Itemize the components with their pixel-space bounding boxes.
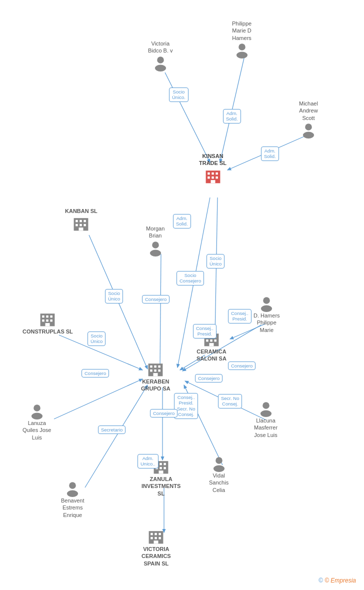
svg-rect-78 bbox=[164, 463, 166, 466]
svg-rect-87 bbox=[151, 537, 154, 540]
svg-point-73 bbox=[69, 482, 76, 489]
svg-point-17 bbox=[157, 56, 164, 64]
svg-rect-56 bbox=[210, 340, 212, 342]
svg-rect-39 bbox=[84, 224, 86, 226]
node-llacuna-masferrer[interactable]: Llacuna Masferrer Jose Luis bbox=[254, 400, 278, 438]
svg-rect-45 bbox=[42, 320, 45, 322]
svg-rect-63 bbox=[150, 370, 153, 372]
person-icon bbox=[147, 240, 164, 256]
svg-rect-61 bbox=[154, 366, 157, 368]
building-icon-gray bbox=[146, 360, 164, 378]
badge-consejero-5: Consejero bbox=[150, 409, 178, 418]
svg-rect-90 bbox=[154, 540, 158, 544]
svg-rect-81 bbox=[164, 467, 166, 470]
svg-line-1 bbox=[220, 54, 245, 162]
svg-rect-30 bbox=[210, 180, 215, 183]
watermark: © © Empresia bbox=[318, 577, 356, 584]
node-philippe-hamers[interactable]: Philippe Marie D Hamers bbox=[232, 20, 252, 58]
svg-rect-84 bbox=[151, 533, 154, 536]
svg-point-68 bbox=[32, 412, 42, 420]
svg-point-67 bbox=[34, 404, 40, 412]
svg-point-21 bbox=[305, 124, 312, 130]
badge-consejero-1: Consejero bbox=[142, 295, 170, 304]
person-icon bbox=[300, 122, 317, 138]
building-icon-gray bbox=[72, 214, 90, 232]
svg-rect-64 bbox=[154, 370, 157, 372]
person-icon bbox=[210, 455, 228, 472]
svg-point-22 bbox=[303, 132, 314, 138]
node-michael-scott[interactable]: Michael Andrew Scott bbox=[299, 100, 318, 138]
svg-rect-86 bbox=[159, 533, 162, 536]
svg-line-5 bbox=[160, 254, 161, 368]
svg-rect-57 bbox=[214, 340, 216, 342]
badge-adm-unico: Adm.Unico.. bbox=[138, 454, 158, 468]
node-victoria-bidco[interactable]: Victoria Bidco B. v bbox=[148, 40, 173, 72]
svg-rect-89 bbox=[159, 537, 162, 540]
svg-rect-28 bbox=[212, 176, 214, 178]
svg-rect-38 bbox=[80, 224, 82, 226]
node-kanban-sl[interactable]: KANBAN SL bbox=[65, 208, 98, 232]
svg-rect-29 bbox=[216, 176, 218, 178]
watermark-text: © Empresia bbox=[324, 577, 356, 584]
node-lanuza-quiles[interactable]: Lanuza Quiles Jose Luis bbox=[22, 402, 51, 441]
building-icon-gray bbox=[38, 310, 56, 328]
person-icon bbox=[258, 295, 275, 312]
badge-secr-no-consej: Secr. NoConsej. bbox=[218, 394, 242, 408]
node-keraben-grupo[interactable]: KERABEN GRUPO SA bbox=[141, 360, 170, 392]
graph-container: Victoria Bidco B. v Philippe Marie D Ham… bbox=[0, 0, 364, 590]
badge-socio-unico-4: SocioÚnico bbox=[88, 332, 106, 346]
node-benavent-estrems[interactable]: Benavent Estrems Enrique bbox=[61, 480, 84, 518]
svg-rect-58 bbox=[209, 343, 214, 346]
svg-point-72 bbox=[214, 465, 224, 472]
svg-rect-26 bbox=[216, 172, 218, 174]
badge-socio-unico-2: SocioÚnico bbox=[206, 254, 224, 268]
badge-socio-unico-1: SocioÚnico. bbox=[169, 88, 188, 102]
svg-rect-80 bbox=[160, 467, 162, 470]
node-morgan-brian[interactable]: Morgan Brian bbox=[146, 225, 164, 256]
svg-rect-77 bbox=[160, 463, 162, 466]
svg-rect-24 bbox=[208, 172, 210, 174]
svg-point-31 bbox=[152, 242, 159, 248]
svg-point-19 bbox=[238, 44, 246, 50]
svg-rect-40 bbox=[79, 228, 84, 230]
svg-line-0 bbox=[165, 72, 210, 162]
svg-rect-34 bbox=[76, 220, 78, 222]
watermark-copy: © bbox=[318, 577, 323, 584]
badge-adm-solid-1: Adm.Solid. bbox=[223, 109, 241, 124]
node-vidal-sanchis[interactable]: Vidal Sanchis Celia bbox=[209, 455, 228, 494]
svg-point-32 bbox=[150, 250, 161, 256]
svg-rect-47 bbox=[50, 320, 53, 322]
node-d-hamers-philippe[interactable]: D. Hamers Philippe Marie bbox=[254, 295, 280, 334]
svg-rect-62 bbox=[158, 366, 161, 368]
svg-rect-36 bbox=[84, 220, 86, 222]
badge-socio-unico-3: SocioÚnico bbox=[105, 289, 123, 304]
svg-rect-35 bbox=[80, 220, 82, 222]
svg-rect-44 bbox=[50, 316, 53, 318]
svg-point-71 bbox=[216, 457, 222, 464]
badge-consej-presid-1: Consej..Presid. bbox=[228, 309, 252, 324]
svg-rect-25 bbox=[212, 172, 214, 174]
svg-line-11 bbox=[54, 379, 142, 419]
svg-point-20 bbox=[236, 52, 248, 58]
node-victoria-ceramics[interactable]: VICTORIA CERAMICS SPAIN SL bbox=[142, 528, 171, 567]
node-construplas-sl[interactable]: CONSTRUPLAS SL bbox=[22, 310, 73, 335]
svg-rect-66 bbox=[154, 373, 158, 376]
badge-adm-solid-2: Adm.Solid. bbox=[261, 146, 279, 161]
svg-point-69 bbox=[262, 402, 270, 409]
badge-consejero-3: Consejero bbox=[195, 374, 222, 382]
badge-adm-solid-3: Adm.Solid. bbox=[173, 214, 191, 228]
svg-point-18 bbox=[155, 64, 166, 72]
svg-rect-46 bbox=[46, 320, 49, 322]
svg-rect-65 bbox=[158, 370, 161, 372]
svg-rect-60 bbox=[150, 366, 153, 368]
svg-point-74 bbox=[67, 490, 78, 497]
node-kinsan-trade[interactable]: KINSAN TRADE SL bbox=[199, 152, 226, 185]
badge-consej-presid-secr: Consej..Presid.Secr. NoConsej. bbox=[174, 393, 198, 419]
svg-rect-88 bbox=[155, 537, 158, 540]
svg-line-14 bbox=[85, 385, 148, 488]
person-icon bbox=[64, 480, 81, 497]
svg-point-49 bbox=[263, 297, 270, 304]
svg-rect-42 bbox=[42, 316, 45, 318]
building-icon-gray bbox=[147, 528, 165, 546]
svg-rect-85 bbox=[155, 533, 158, 536]
